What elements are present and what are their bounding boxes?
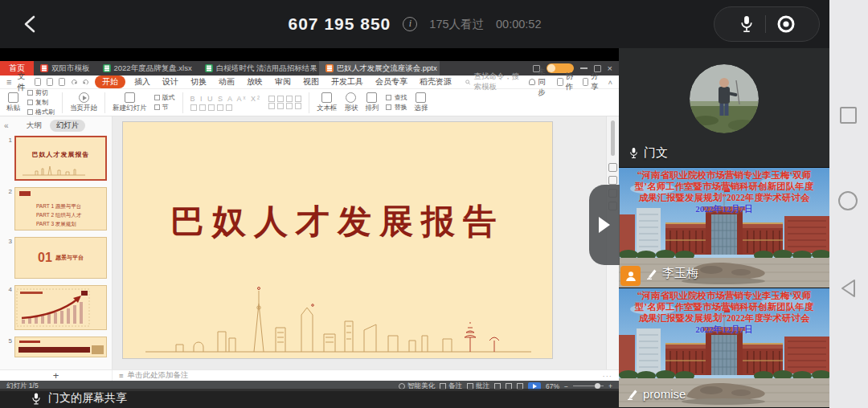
find-replace-group: 查找 替换 (386, 93, 407, 112)
city-skyline-graphic (123, 281, 554, 355)
arrange-button[interactable]: 排列 (365, 92, 379, 113)
recents-button[interactable] (840, 107, 857, 124)
doc-tab-template[interactable]: 双阳市模板 (34, 61, 96, 75)
meeting-header-info: 607 195 850 i 175人看过 00:00:52 (0, 0, 829, 48)
menu-tab-design[interactable]: 设计 (159, 75, 182, 88)
slide-thumbnail-5[interactable]: 5 (3, 337, 107, 357)
copy-button[interactable]: 复制 (27, 98, 55, 107)
command-search-box[interactable]: 查找命令，搜索模板 (465, 71, 523, 92)
paste-button[interactable]: 粘贴 (6, 92, 20, 113)
print-icon[interactable] (47, 78, 53, 86)
share-button[interactable]: 分享 (583, 71, 601, 92)
layout-button[interactable]: 版式 (154, 93, 175, 102)
pill-divider (765, 15, 766, 33)
participant-tile-menwen[interactable]: 门文 (619, 48, 829, 167)
new-slide-button[interactable]: 新建幻灯片 (113, 92, 147, 113)
slide-editor-canvas[interactable]: 巴奴人才发展报告 (113, 116, 606, 369)
slide-thumbnail-panel: « 大纲 幻灯片 1 巴奴人才发展报告 (0, 116, 113, 369)
properties-icon[interactable] (608, 163, 617, 172)
animation-pane-icon[interactable] (608, 176, 617, 185)
member-role-badge (620, 266, 641, 286)
replace-button[interactable]: 替换 (386, 103, 407, 112)
menu-tab-view[interactable]: 视图 (300, 75, 322, 88)
export-icon[interactable] (59, 78, 65, 86)
spreadsheet-doc-icon (103, 64, 111, 72)
slide-thumbnail-3[interactable]: 3 01 愿景与平台 (3, 237, 107, 279)
outline-tab[interactable]: 大纲 (27, 120, 42, 131)
find-icon (386, 95, 391, 100)
vertical-scrollbar[interactable] (611, 120, 615, 156)
collapse-ribbon-icon[interactable]: ˄ (608, 78, 612, 87)
doc-tab-bid-result[interactable]: 白桵塔时代 清洁用品招标结果 (199, 61, 319, 75)
slide-logo-mark (19, 191, 31, 196)
align-buttons-row1[interactable] (268, 96, 301, 102)
microphone-button-icon[interactable] (739, 14, 755, 34)
menu-tab-slideshow[interactable]: 放映 (244, 75, 266, 88)
cut-button[interactable]: 剪切 (27, 88, 55, 97)
record-button-icon[interactable] (776, 14, 796, 34)
hamburger-icon[interactable]: ≡ (6, 77, 11, 87)
microphone-icon (628, 146, 639, 160)
slide-thumbnail-4[interactable]: 4 (3, 285, 107, 330)
current-slide[interactable]: 巴奴人才发展报告 (122, 121, 553, 359)
menu-tab-insert[interactable]: 插入 (131, 75, 154, 88)
menu-tab-member[interactable]: 会员专享 (372, 75, 411, 88)
info-icon[interactable]: i (403, 17, 417, 31)
viewer-count: 175人看过 (429, 17, 484, 32)
collaborate-button[interactable]: 协作 (557, 71, 575, 92)
notes-icon: ≡ (119, 371, 124, 380)
meeting-duration: 00:00:52 (496, 18, 541, 31)
notes-bar[interactable]: ≡ 单击此处添加备注 ··· (113, 370, 619, 381)
textbox-button[interactable]: 文本框 (317, 92, 338, 113)
doc-tab-xlsx[interactable]: 2022年度品牌复盘.xlsx (96, 61, 199, 75)
mini-bar-chart (15, 286, 91, 329)
slide-thumbnail-1[interactable]: 1 巴奴人才发展报告 (3, 136, 107, 181)
participant-name: 门文 (644, 145, 668, 161)
notes-more-icon[interactable]: ··· (603, 371, 613, 380)
menu-tab-start[interactable]: 开始 (95, 75, 125, 88)
screen-share-view[interactable]: 首页 双阳市模板 2022年度品牌复盘.xlsx 白桵塔时代 清洁用品招标结果 … (0, 48, 619, 408)
textbox-icon (321, 92, 332, 103)
shapes-button[interactable]: 形状 (344, 92, 358, 113)
undo-icon[interactable] (71, 78, 77, 87)
meeting-top-bar: 607 195 850 i 175人看过 00:00:52 (0, 0, 829, 48)
menu-tab-review[interactable]: 审阅 (272, 75, 294, 88)
slide-thumbnail-2[interactable]: 2 PART 1 愿景与平台 PART 2 组织与人才 PART 3 发展规划 (3, 187, 107, 231)
font-extra-buttons[interactable] (190, 104, 261, 111)
select-button[interactable]: 选择 (414, 92, 428, 113)
doc-tab-pptx-active[interactable]: 巴奴人才发展交流座谈会.pptx × (319, 61, 440, 75)
font-style-buttons[interactable]: B I U S A Aˣ X² (190, 95, 261, 104)
add-slide-button[interactable]: + (53, 372, 59, 380)
back-nav-button[interactable] (839, 278, 858, 299)
menu-tab-docer[interactable]: 稻壳资源 (416, 75, 455, 88)
sync-status[interactable]: 未同步 (529, 67, 550, 98)
save-icon[interactable] (35, 78, 41, 86)
copy-icon (27, 100, 33, 105)
shapes-icon (346, 92, 356, 103)
menu-tab-transition[interactable]: 切换 (187, 75, 210, 88)
play-from-current-button[interactable]: 当页开始 (70, 92, 97, 113)
participant-tile-liyumei[interactable]: “河南省职业院校市场营销专业李玉梅‘双师 型’名师工作室暨市场营销科研创新团队年… (619, 167, 829, 288)
conference-banner-text: “河南省职业院校市场营销专业李玉梅‘双师 型’名师工作室暨市场营销科研创新团队年… (619, 290, 829, 336)
conference-banner-text: “河南省职业院校市场营销专业李玉梅‘双师 型’名师工作室暨市场营销科研创新团队年… (619, 169, 829, 215)
participant-tile-promise[interactable]: “河南省职业院校市场营销专业李玉梅‘双师 型’名师工作室暨市场营销科研创新团队年… (619, 288, 829, 407)
find-button[interactable]: 查找 (386, 93, 407, 102)
section-button[interactable]: 节 (154, 103, 175, 112)
collapse-panel-icon[interactable]: « (4, 121, 9, 130)
slide-title-text[interactable]: 巴奴人才发展报告 (123, 199, 552, 244)
video-panel-expand-handle[interactable] (589, 185, 620, 265)
format-painter-button[interactable]: 格式刷 (27, 108, 55, 116)
menu-tab-animation[interactable]: 动画 (215, 75, 238, 88)
meeting-id: 607 195 850 (289, 14, 391, 34)
align-buttons-row2[interactable] (268, 103, 301, 109)
participant-name: 李玉梅 (662, 266, 698, 281)
redo-icon[interactable] (83, 78, 89, 87)
slides-tab[interactable]: 幻灯片 (50, 120, 86, 132)
brush-icon (27, 109, 33, 115)
zoom-slider-knob[interactable] (595, 383, 600, 389)
spreadsheet-doc-icon (205, 64, 213, 72)
zoom-slider[interactable] (573, 386, 604, 387)
microphone-icon (31, 391, 42, 406)
home-button[interactable] (838, 191, 858, 210)
menu-tab-developer[interactable]: 开发工具 (328, 75, 366, 88)
